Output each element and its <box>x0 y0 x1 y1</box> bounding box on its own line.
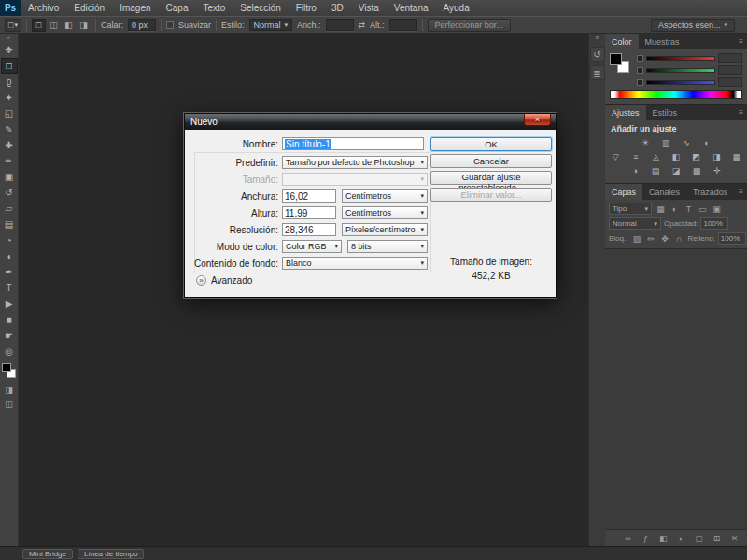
antialias-checkbox[interactable] <box>166 21 174 29</box>
color-swatch-pair[interactable] <box>610 53 632 83</box>
menu-item[interactable]: Imagen <box>112 0 158 16</box>
history-panel-icon[interactable]: ↺ <box>590 47 605 62</box>
expand-panels-icon[interactable]: « <box>596 34 599 43</box>
tab-trazados[interactable]: Trazados <box>686 184 734 200</box>
tab-muestras[interactable]: Muestras <box>639 34 686 49</box>
color-mode-dropdown[interactable]: Color RGB ▾ <box>282 240 342 253</box>
mini-bridge-button[interactable]: Mini Bridge <box>22 549 73 559</box>
menu-item[interactable]: Edición <box>66 0 112 16</box>
green-value-input[interactable] <box>718 65 742 75</box>
healing-brush-tool-icon[interactable]: ✚ <box>1 137 18 153</box>
curves-adjustment-icon[interactable]: ∿ <box>680 137 694 148</box>
add-layer-mask-icon[interactable]: ◧ <box>657 534 669 543</box>
panel-menu-icon[interactable]: ≡ <box>739 108 743 117</box>
eraser-tool-icon[interactable]: ▱ <box>1 201 18 217</box>
color-swatches[interactable] <box>1 362 18 383</box>
preset-dropdown[interactable]: Tamaño por defecto de Photoshop ▾ <box>282 156 428 169</box>
layers-list[interactable] <box>605 248 747 530</box>
toolbar-collapse-icon[interactable]: « <box>7 34 10 42</box>
new-layer-icon[interactable]: ⊞ <box>711 534 723 543</box>
gradient-tool-icon[interactable]: ▤ <box>1 217 18 232</box>
black-white-adjustment-icon[interactable]: ◧ <box>669 151 684 162</box>
threshold-adjustment-icon[interactable]: ◪ <box>669 165 684 176</box>
history-brush-tool-icon[interactable]: ↺ <box>1 185 18 201</box>
width-input[interactable] <box>326 19 354 31</box>
channel-mixer-adjustment-icon[interactable]: ◨ <box>710 151 724 162</box>
foreground-color-swatch[interactable] <box>2 363 11 372</box>
blur-tool-icon[interactable]: ◔ <box>1 232 18 248</box>
red-value-input[interactable] <box>718 53 742 63</box>
ok-button[interactable]: OK <box>430 137 552 151</box>
filter-type-layers-icon[interactable]: T <box>683 204 695 214</box>
delete-preset-button[interactable]: Eliminar valor... <box>430 188 552 202</box>
height-input[interactable]: 11,99 <box>282 206 336 219</box>
move-tool-icon[interactable]: ✥ <box>1 42 18 58</box>
blend-mode-dropdown[interactable]: Normal ▾ <box>609 217 661 230</box>
new-selection-icon[interactable]: □ <box>32 19 46 32</box>
swap-dimensions-icon[interactable]: ⇄ <box>359 21 366 30</box>
workspace-switcher[interactable]: Aspectos esen... ▾ <box>651 19 735 32</box>
tab-canales[interactable]: Canales <box>642 184 686 200</box>
lock-position-icon[interactable]: ✥ <box>658 234 670 244</box>
blue-channel-slider[interactable] <box>646 80 715 85</box>
photo-filter-adjustment-icon[interactable]: ◩ <box>689 151 703 162</box>
link-layers-icon[interactable]: ∞ <box>622 534 634 543</box>
red-channel-slider[interactable] <box>646 56 715 61</box>
tab-estilos[interactable]: Estilos <box>646 105 684 120</box>
refine-edge-button[interactable]: Perfeccionar bor... <box>428 19 511 32</box>
height-input[interactable] <box>389 19 417 31</box>
filter-smart-objects-icon[interactable]: ▣ <box>711 204 723 214</box>
delete-layer-icon[interactable]: ✕ <box>728 534 740 543</box>
new-group-icon[interactable]: ▢ <box>693 534 705 543</box>
subtract-from-selection-icon[interactable]: ◧ <box>62 19 76 32</box>
lock-all-icon[interactable]: ∩ <box>672 234 684 244</box>
pen-tool-icon[interactable]: ✒ <box>1 264 18 280</box>
posterize-adjustment-icon[interactable]: ▤ <box>649 165 663 176</box>
color-spectrum-bar[interactable] <box>610 90 742 99</box>
dialog-title-bar[interactable]: Nuevo × <box>185 114 556 130</box>
blue-value-input[interactable] <box>718 77 742 87</box>
resolution-unit-dropdown[interactable]: Píxeles/centímetro ▾ <box>342 223 428 236</box>
invert-adjustment-icon[interactable]: ◑ <box>628 165 642 176</box>
timeline-button[interactable]: Línea de tiempo <box>78 549 144 559</box>
zoom-tool-icon[interactable]: ◎ <box>1 343 18 359</box>
layer-effects-icon[interactable]: ƒ <box>640 534 652 543</box>
feather-input[interactable]: 0 px <box>128 19 156 31</box>
menu-item[interactable]: Texto <box>195 0 233 16</box>
menu-item[interactable]: Capa <box>159 0 196 16</box>
green-channel-slider[interactable] <box>646 68 715 73</box>
hue-saturation-adjustment-icon[interactable]: ≡ <box>629 151 643 162</box>
path-selection-tool-icon[interactable]: ▶ <box>1 296 18 312</box>
close-icon[interactable]: × <box>524 114 551 126</box>
cancel-button[interactable]: Cancelar <box>430 154 552 168</box>
panel-menu-icon[interactable]: ≡ <box>739 188 743 196</box>
layer-filter-dropdown[interactable]: Tipo ▾ <box>609 203 652 215</box>
type-tool-icon[interactable]: T <box>1 280 18 296</box>
filter-shape-layers-icon[interactable]: ▭ <box>697 204 709 214</box>
filter-pixel-layers-icon[interactable]: ▦ <box>655 204 667 214</box>
panel-menu-icon[interactable]: ≡ <box>739 37 743 46</box>
style-dropdown[interactable]: Normal ▾ <box>249 19 293 31</box>
new-adjustment-layer-icon[interactable]: ◐ <box>675 534 687 543</box>
shape-tool-icon[interactable]: ■ <box>1 312 18 328</box>
bit-depth-dropdown[interactable]: 8 bits ▾ <box>347 240 428 253</box>
width-input[interactable]: 16,02 <box>282 189 336 203</box>
fill-input[interactable]: 100% <box>718 232 746 245</box>
screen-mode-icon[interactable]: ◫ <box>1 397 18 411</box>
tab-ajustes[interactable]: Ajustes <box>605 105 646 120</box>
menu-item[interactable]: Vista <box>351 0 387 16</box>
tab-color[interactable]: Color <box>605 34 639 49</box>
resolution-input[interactable]: 28,346 <box>282 223 336 236</box>
vibrance-adjustment-icon[interactable]: ▽ <box>609 151 623 162</box>
foreground-color-swatch[interactable] <box>610 53 622 65</box>
height-unit-dropdown[interactable]: Centímetros ▾ <box>342 206 428 219</box>
exposure-adjustment-icon[interactable]: ◐ <box>700 137 714 148</box>
menu-item[interactable]: Archivo <box>21 0 66 16</box>
tab-capas[interactable]: Capas <box>605 184 642 200</box>
tool-preset-picker[interactable]: □ ▾ <box>5 19 21 32</box>
eyedropper-tool-icon[interactable]: ✎ <box>1 121 18 137</box>
filter-adjustment-layers-icon[interactable]: ◐ <box>669 204 681 214</box>
color-balance-adjustment-icon[interactable]: ◬ <box>649 151 663 162</box>
menu-item[interactable]: Ventana <box>387 0 436 16</box>
menu-item[interactable]: Selección <box>233 0 288 16</box>
